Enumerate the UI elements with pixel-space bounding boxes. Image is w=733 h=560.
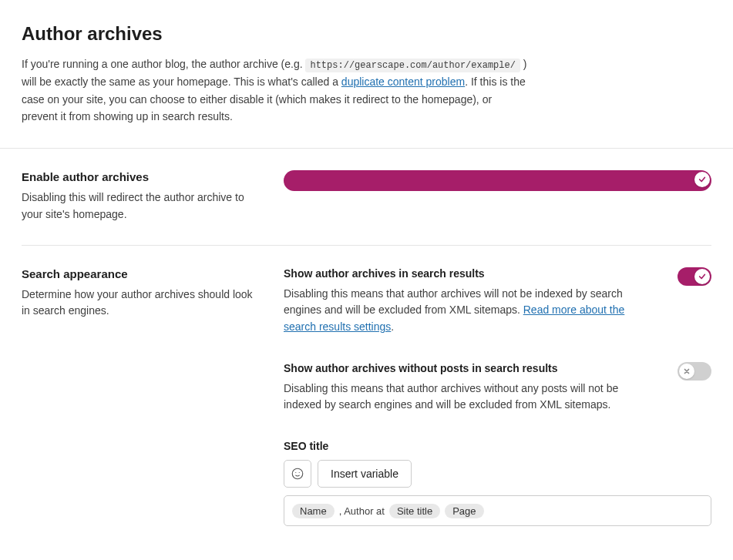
seo-title-section: SEO title Insert variable Name , Author … [284, 440, 711, 526]
x-icon [679, 364, 694, 379]
seo-title-input[interactable]: Name , Author at Site title Page [284, 495, 711, 526]
show-in-results-title: Show author archives in search results [284, 267, 659, 280]
enable-archives-heading: Enable author archives [22, 170, 253, 183]
show-in-results-desc: Disabling this means that author archive… [284, 286, 659, 336]
enable-archives-toggle[interactable] [284, 170, 318, 189]
show-no-posts-desc: Disabling this means that author archive… [284, 381, 659, 414]
seo-title-label: SEO title [284, 440, 711, 452]
emoji-button[interactable] [284, 460, 311, 488]
check-icon [694, 269, 710, 284]
search-appearance-heading: Search appearance [22, 267, 253, 280]
duplicate-content-link[interactable]: duplicate content problem [341, 75, 465, 88]
show-in-results-desc-after: . [391, 320, 394, 333]
variable-chip-page[interactable]: Page [445, 504, 483, 518]
intro-before: If you're running a one author blog, the… [22, 58, 305, 70]
variable-chip-site-title[interactable]: Site title [389, 504, 440, 518]
intro-text: If you're running a one author blog, the… [22, 55, 530, 125]
show-no-posts-toggle[interactable] [678, 362, 711, 381]
example-url-code: https://gearscape.com/author/example/ [305, 59, 519, 72]
smile-icon [291, 467, 304, 481]
svg-point-2 [299, 472, 300, 473]
section-divider-2 [22, 245, 711, 246]
search-appearance-row: Search appearance Determine how your aut… [22, 267, 711, 526]
svg-point-1 [295, 472, 296, 473]
search-appearance-desc: Determine how your author archives shoul… [22, 287, 253, 320]
variable-chip-name[interactable]: Name [292, 504, 335, 518]
show-in-results-block: Show author archives in search results D… [284, 267, 711, 336]
section-divider [0, 148, 733, 149]
seo-separator-text: , Author at [339, 505, 385, 517]
svg-point-0 [292, 468, 303, 479]
show-in-results-toggle[interactable] [678, 267, 711, 286]
page-title: Author archives [22, 23, 711, 45]
show-no-posts-block: Show author archives without posts in se… [284, 362, 711, 414]
insert-variable-button[interactable]: Insert variable [318, 460, 412, 488]
show-no-posts-title: Show author archives without posts in se… [284, 362, 659, 374]
enable-archives-row: Enable author archives Disabling this wi… [22, 170, 711, 223]
enable-archives-desc: Disabling this will redirect the author … [22, 189, 253, 223]
